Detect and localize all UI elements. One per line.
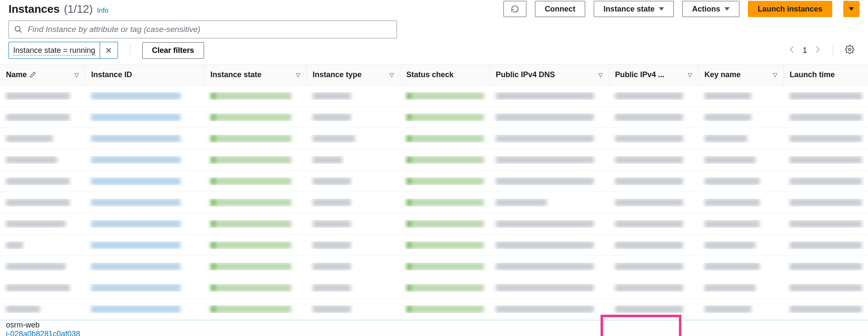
col-name[interactable]: Name ▽ bbox=[0, 64, 85, 85]
sort-icon[interactable]: ▽ bbox=[598, 72, 603, 78]
actions-dropdown[interactable]: Actions bbox=[682, 1, 739, 17]
page-next[interactable] bbox=[815, 45, 821, 56]
search-row bbox=[0, 17, 868, 42]
col-instance-type-label: Instance type bbox=[313, 70, 362, 79]
info-link[interactable]: Info bbox=[97, 7, 109, 14]
gear-icon bbox=[845, 45, 854, 54]
actions-label: Actions bbox=[692, 5, 720, 14]
search-input[interactable] bbox=[27, 24, 391, 35]
table-row[interactable] bbox=[0, 298, 868, 320]
table-row[interactable] bbox=[0, 277, 868, 298]
table-row[interactable] bbox=[0, 128, 868, 149]
sort-icon[interactable]: ▽ bbox=[75, 72, 79, 78]
sort-icon[interactable]: ▽ bbox=[390, 72, 394, 78]
search-icon bbox=[14, 25, 23, 34]
clear-filters-button[interactable]: Clear filters bbox=[142, 42, 204, 59]
pagination: 1 bbox=[789, 44, 859, 57]
settings-button[interactable] bbox=[845, 45, 854, 56]
table-row[interactable] bbox=[0, 171, 868, 192]
table-row[interactable] bbox=[0, 85, 868, 107]
table-row[interactable] bbox=[0, 213, 868, 235]
refresh-button[interactable] bbox=[503, 1, 526, 17]
instances-table: Name ▽ Instance ID Instance state ▽ Inst… bbox=[0, 64, 868, 336]
header-bar: Instances (1/12) Info Connect Instance s… bbox=[0, 0, 868, 17]
table-row[interactable] bbox=[0, 107, 868, 128]
table-body bbox=[0, 85, 868, 320]
launch-instances-dropdown[interactable] bbox=[843, 1, 859, 17]
col-status-check-label: Status check bbox=[406, 70, 454, 79]
filter-chip-state-running[interactable]: Instance state = running bbox=[9, 42, 118, 59]
col-public-ip-label: Public IPv4 ... bbox=[615, 70, 664, 79]
table-row[interactable] bbox=[0, 149, 868, 171]
col-launch-time-label: Launch time bbox=[790, 70, 835, 79]
caret-down-icon bbox=[659, 7, 664, 11]
table-header: Name ▽ Instance ID Instance state ▽ Inst… bbox=[0, 64, 868, 85]
close-icon bbox=[105, 47, 112, 54]
instance-state-dropdown[interactable]: Instance state bbox=[594, 1, 674, 17]
col-instance-id[interactable]: Instance ID bbox=[85, 64, 204, 85]
col-instance-state[interactable]: Instance state ▽ bbox=[204, 64, 307, 85]
svg-point-0 bbox=[15, 26, 20, 32]
table-row[interactable] bbox=[0, 256, 868, 277]
table-row[interactable] bbox=[0, 192, 868, 213]
divider bbox=[130, 44, 130, 57]
filter-row: Instance state = running Clear filters 1 bbox=[0, 42, 868, 64]
page-title: Instances bbox=[9, 3, 60, 16]
launch-instances-button[interactable]: Launch instances bbox=[748, 1, 832, 17]
col-key-name[interactable]: Key name ▽ bbox=[698, 64, 784, 85]
col-launch-time[interactable]: Launch time bbox=[784, 64, 868, 85]
table-row[interactable]: osrm-web i-028a0b8281c0af038 Running t2.… bbox=[0, 320, 868, 336]
edit-icon bbox=[29, 71, 36, 78]
connect-button[interactable]: Connect bbox=[535, 1, 585, 17]
col-public-dns[interactable]: Public IPv4 DNS ▽ bbox=[490, 64, 609, 85]
sort-icon[interactable]: ▽ bbox=[296, 72, 300, 78]
svg-line-1 bbox=[20, 31, 22, 33]
title-group: Instances (1/12) Info bbox=[9, 3, 109, 16]
filter-chip-remove[interactable] bbox=[100, 42, 118, 58]
search-box[interactable] bbox=[9, 20, 397, 38]
filter-chip-label: Instance state = running bbox=[13, 46, 95, 55]
sort-icon[interactable]: ▽ bbox=[688, 72, 692, 78]
page-number: 1 bbox=[802, 46, 807, 55]
divider bbox=[833, 44, 833, 57]
chevron-left-icon bbox=[789, 45, 795, 54]
table-row[interactable] bbox=[0, 235, 868, 256]
chevron-right-icon bbox=[815, 45, 821, 54]
caret-down-icon bbox=[849, 7, 854, 11]
col-public-ip[interactable]: Public IPv4 ... ▽ bbox=[609, 64, 698, 85]
caret-down-icon bbox=[724, 7, 730, 11]
cell-name: osrm-web bbox=[0, 321, 85, 330]
col-key-name-label: Key name bbox=[704, 70, 741, 79]
col-public-dns-label: Public IPv4 DNS bbox=[496, 70, 555, 79]
col-instance-id-label: Instance ID bbox=[91, 70, 132, 79]
cell-instance-id[interactable]: i-028a0b8281c0af038 bbox=[0, 330, 119, 336]
svg-point-4 bbox=[848, 48, 851, 51]
col-status-check[interactable]: Status check bbox=[400, 64, 490, 85]
instance-count: (1/12) bbox=[64, 3, 93, 16]
sort-icon[interactable]: ▽ bbox=[773, 72, 777, 78]
col-name-label: Name bbox=[6, 70, 27, 79]
col-instance-type[interactable]: Instance type ▽ bbox=[307, 64, 400, 85]
refresh-icon bbox=[511, 5, 519, 13]
instance-state-label: Instance state bbox=[604, 5, 655, 14]
col-instance-state-label: Instance state bbox=[210, 70, 262, 79]
page-prev[interactable] bbox=[789, 45, 795, 56]
